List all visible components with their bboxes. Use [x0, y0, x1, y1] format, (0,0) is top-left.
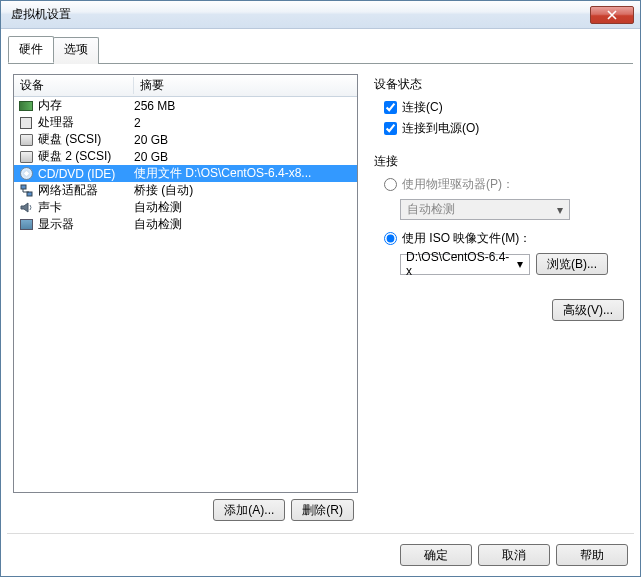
cpu-icon — [18, 115, 34, 131]
disk-icon — [18, 149, 34, 165]
connected-label: 连接(C) — [402, 99, 443, 116]
device-status-group: 设备状态 连接(C) 连接到电源(O) — [374, 76, 624, 139]
memory-icon — [18, 98, 34, 114]
sound-icon — [18, 200, 34, 216]
svg-rect-0 — [21, 185, 26, 189]
close-button[interactable] — [590, 6, 634, 24]
tabs: 硬件 选项 — [8, 36, 633, 64]
device-list: 内存 256 MB 处理器 2 硬盘 (SCSI) 20 GB — [14, 97, 357, 492]
help-button[interactable]: 帮助 — [556, 544, 628, 566]
device-name: 内存 — [38, 97, 134, 114]
device-row-network[interactable]: 网络适配器 桥接 (自动) — [14, 182, 357, 199]
window-title: 虚拟机设置 — [11, 6, 590, 23]
device-row-cddvd[interactable]: CD/DVD (IDE) 使用文件 D:\OS\CentOS-6.4-x8... — [14, 165, 357, 182]
iso-radio[interactable] — [384, 232, 397, 245]
chevron-down-icon[interactable]: ▾ — [513, 257, 527, 271]
device-row-cpu[interactable]: 处理器 2 — [14, 114, 357, 131]
tab-options[interactable]: 选项 — [53, 37, 99, 64]
device-name: 声卡 — [38, 199, 134, 216]
connection-group: 连接 使用物理驱动器(P)： 自动检测 ▾ 使用 ISO 映像文件(M)： D:… — [374, 153, 624, 275]
browse-button[interactable]: 浏览(B)... — [536, 253, 608, 275]
device-buttons: 添加(A)... 删除(R) — [13, 493, 358, 527]
remove-button[interactable]: 删除(R) — [291, 499, 354, 521]
device-name: 处理器 — [38, 114, 134, 131]
physical-drive-radio[interactable] — [384, 178, 397, 191]
footer-buttons: 确定 取消 帮助 — [1, 534, 640, 576]
device-name: CD/DVD (IDE) — [38, 167, 134, 181]
connected-checkbox[interactable] — [384, 101, 397, 114]
device-row-memory[interactable]: 内存 256 MB — [14, 97, 357, 114]
iso-label: 使用 ISO 映像文件(M)： — [402, 230, 531, 247]
network-icon — [18, 183, 34, 199]
device-summary: 20 GB — [134, 150, 353, 164]
device-summary: 自动检测 — [134, 216, 353, 233]
device-list-header: 设备 摘要 — [14, 75, 357, 97]
group-title-connection: 连接 — [374, 153, 624, 170]
column-summary[interactable]: 摘要 — [134, 77, 170, 94]
device-name: 硬盘 (SCSI) — [38, 131, 134, 148]
device-summary: 20 GB — [134, 133, 353, 147]
iso-row: D:\OS\CentOS-6.4-x ▾ 浏览(B)... — [400, 253, 624, 275]
poweron-checkbox[interactable] — [384, 122, 397, 135]
device-row-disk2[interactable]: 硬盘 2 (SCSI) 20 GB — [14, 148, 357, 165]
cd-icon — [18, 166, 34, 182]
physical-drive-value: 自动检测 — [407, 201, 455, 218]
poweron-label: 连接到电源(O) — [402, 120, 479, 137]
physical-drive-label: 使用物理驱动器(P)： — [402, 176, 514, 193]
device-summary: 使用文件 D:\OS\CentOS-6.4-x8... — [134, 165, 353, 182]
disk-icon — [18, 132, 34, 148]
device-summary: 2 — [134, 116, 353, 130]
tabs-container: 硬件 选项 — [1, 29, 640, 64]
device-summary: 桥接 (自动) — [134, 182, 353, 199]
device-name: 网络适配器 — [38, 182, 134, 199]
ok-button[interactable]: 确定 — [400, 544, 472, 566]
advanced-button[interactable]: 高级(V)... — [552, 299, 624, 321]
iso-path-value: D:\OS\CentOS-6.4-x — [406, 250, 513, 278]
close-icon — [607, 10, 617, 20]
group-title-status: 设备状态 — [374, 76, 624, 93]
device-row-sound[interactable]: 声卡 自动检测 — [14, 199, 357, 216]
device-row-disk1[interactable]: 硬盘 (SCSI) 20 GB — [14, 131, 357, 148]
physical-drive-dropdown: 自动检测 ▾ — [400, 199, 570, 220]
iso-path-combo[interactable]: D:\OS\CentOS-6.4-x ▾ — [400, 254, 530, 275]
advanced-row: 高级(V)... — [374, 299, 624, 321]
physical-drive-radio-row[interactable]: 使用物理驱动器(P)： — [374, 174, 624, 195]
content-area: 设备 摘要 内存 256 MB 处理器 2 — [1, 64, 640, 533]
device-row-display[interactable]: 显示器 自动检测 — [14, 216, 357, 233]
right-panel: 设备状态 连接(C) 连接到电源(O) 连接 使用物理驱动器(P)： 自动检测 — [370, 74, 628, 527]
device-summary: 256 MB — [134, 99, 353, 113]
display-icon — [18, 217, 34, 233]
chevron-down-icon: ▾ — [553, 203, 567, 217]
device-name: 显示器 — [38, 216, 134, 233]
column-device[interactable]: 设备 — [14, 77, 134, 94]
device-summary: 自动检测 — [134, 199, 353, 216]
poweron-checkbox-row[interactable]: 连接到电源(O) — [374, 118, 624, 139]
device-list-panel: 设备 摘要 内存 256 MB 处理器 2 — [13, 74, 358, 493]
vm-settings-window: 虚拟机设置 硬件 选项 设备 摘要 内存 256 MB — [0, 0, 641, 577]
titlebar[interactable]: 虚拟机设置 — [1, 1, 640, 29]
iso-radio-row[interactable]: 使用 ISO 映像文件(M)： — [374, 228, 624, 249]
add-button[interactable]: 添加(A)... — [213, 499, 285, 521]
tab-hardware[interactable]: 硬件 — [8, 36, 54, 63]
cancel-button[interactable]: 取消 — [478, 544, 550, 566]
connected-checkbox-row[interactable]: 连接(C) — [374, 97, 624, 118]
device-name: 硬盘 2 (SCSI) — [38, 148, 134, 165]
svg-rect-1 — [27, 192, 32, 196]
